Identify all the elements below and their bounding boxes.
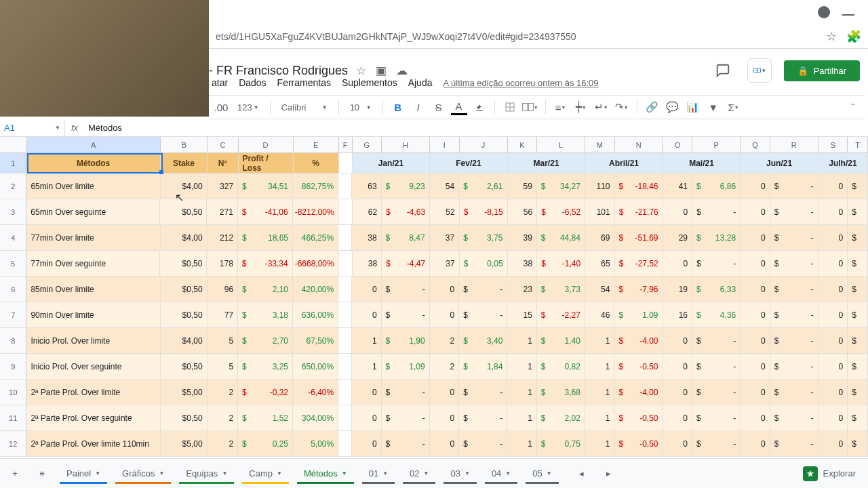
menu-tools[interactable]: Ferramentas [277,77,331,88]
cell[interactable]: Stake [161,153,208,173]
row-header[interactable]: 12 [0,431,26,456]
cell[interactable]: $ [848,277,868,302]
cell[interactable]: 96 [208,277,238,302]
cell[interactable]: Profit / Loss [239,153,294,173]
cell[interactable]: Inicio Prol. Over limite [26,328,160,353]
cell[interactable]: $0,50 [161,302,208,327]
cell[interactable]: $- [770,354,818,379]
cell[interactable]: $0,50 [160,199,207,224]
cell[interactable]: 212 [208,225,238,250]
cell[interactable]: 69 [585,225,615,250]
cell[interactable]: $1,90 [382,328,430,353]
cell[interactable]: $ [848,302,868,327]
chart-button[interactable]: 📊 [685,99,701,115]
cell[interactable]: 1 [507,354,537,379]
cell[interactable]: Fev/21 [430,153,508,173]
sheet-tab[interactable]: 01▼ [359,464,397,483]
last-edit[interactable]: A última edição ocorreu ontem às 16:09 [443,78,598,88]
menu-data[interactable]: Dados [239,77,266,88]
cell[interactable]: $ [848,380,868,405]
cell[interactable]: 0 [741,405,770,430]
cell[interactable]: $5,00 [161,380,208,405]
cell[interactable]: $-4,00 [614,380,663,405]
cell[interactable]: $-0,50 [614,405,663,430]
cell[interactable]: 39 [507,225,537,250]
cell[interactable]: $3,18 [238,302,293,327]
tab-nav-right[interactable]: ▸ [597,462,621,486]
cell[interactable]: $- [770,225,818,250]
cell[interactable]: 0 [818,277,848,302]
col-header[interactable]: P [692,137,741,152]
cell[interactable]: $- [770,251,818,276]
bold-button[interactable]: B [390,99,406,115]
cell[interactable]: 650,00% [293,354,338,379]
menu-help[interactable]: Ajuda [408,77,433,88]
cell[interactable]: $- [770,174,818,199]
cell[interactable]: $0,05 [460,251,508,276]
valign-button[interactable]: ┿▼ [573,99,589,115]
cell[interactable]: 2ª Parte Prol. Over seguinte [26,405,160,430]
cell[interactable]: $9,23 [382,174,430,199]
cell[interactable]: 0 [352,380,382,405]
cell[interactable]: 0 [818,380,848,405]
col-header[interactable]: K [508,137,537,152]
cell[interactable]: $- [459,431,507,456]
cell[interactable]: 1 [585,354,615,379]
cell[interactable]: 65 [585,251,615,276]
comment-button[interactable]: 💬 [665,99,681,115]
row-header[interactable]: 1 [0,153,26,173]
cell[interactable]: 636,00% [293,302,338,327]
cell[interactable]: 1 [507,328,537,353]
cell[interactable]: 0 [741,431,770,456]
cell[interactable]: $- [770,302,818,327]
cell[interactable]: 77 [208,302,238,327]
cell[interactable]: 304,00% [293,405,338,430]
cell[interactable]: 0 [741,354,770,379]
italic-button[interactable]: I [410,99,427,115]
sheet-tab[interactable]: Camp▼ [239,464,292,483]
decrease-decimal-icon[interactable]: .00 [213,99,229,115]
add-sheet-button[interactable]: + [3,462,27,486]
cell[interactable]: $-1,40 [537,251,585,276]
cell[interactable]: $6,33 [692,277,741,302]
cell[interactable]: $-8,15 [460,199,508,224]
cell[interactable]: 2 [208,431,238,456]
cell[interactable]: 0 [430,405,460,430]
row-header[interactable]: 9 [0,354,26,379]
cell[interactable]: 77min Over seguinte [26,251,160,276]
row-header[interactable]: 3 [0,199,26,224]
cell[interactable]: $- [692,405,741,430]
select-all-corner[interactable] [0,137,27,152]
cell[interactable]: 37 [430,225,460,250]
cell[interactable]: $0,50 [161,354,208,379]
cell[interactable]: Inicio Prol. Over seguinte [26,354,160,379]
cell[interactable]: 19 [663,277,693,302]
cell[interactable]: 0 [818,225,848,250]
formula-value[interactable]: Métodos [84,123,122,133]
sheet-tab[interactable]: 02▼ [400,464,438,483]
cell[interactable]: $4,00 [161,174,208,199]
cell[interactable] [338,174,352,199]
rotate-button[interactable]: ↷▼ [614,99,630,115]
cell[interactable]: 46 [585,302,615,327]
cell[interactable]: 0 [663,199,693,224]
sheet-tab[interactable]: Painel▼ [57,464,110,483]
cell[interactable]: $- [770,405,818,430]
cell[interactable]: $-27,52 [615,251,663,276]
row-header[interactable]: 2 [0,174,26,199]
row-header[interactable]: 6 [0,277,26,302]
cell[interactable]: $18,65 [238,225,293,250]
cell[interactable]: $-41,06 [238,199,293,224]
cell[interactable]: $2,61 [459,174,507,199]
cell[interactable]: 5 [208,328,238,353]
cell[interactable] [338,328,352,353]
cell[interactable]: 1 [585,431,615,456]
cell[interactable]: 0 [663,354,693,379]
merge-button[interactable]: ▼ [522,99,538,115]
cell[interactable]: 5,00% [293,431,338,456]
col-header[interactable]: C [208,137,238,152]
cell[interactable]: 1 [585,405,615,430]
cell[interactable]: 420,00% [293,277,338,302]
cell[interactable]: 0 [818,328,848,353]
cell[interactable]: $-0,50 [614,431,663,456]
